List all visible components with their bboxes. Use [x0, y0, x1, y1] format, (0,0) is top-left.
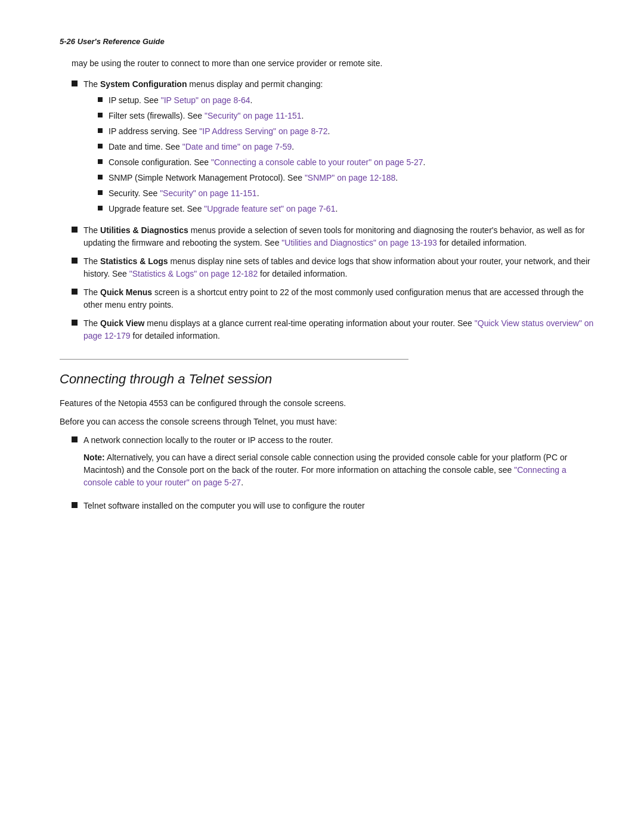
note-text: Alternatively, you can have a direct ser…	[83, 453, 567, 475]
ip-serving-link[interactable]: "IP Address Serving" on page 8-72	[199, 126, 327, 136]
console-link[interactable]: "Connecting a console cable to your rout…	[211, 157, 423, 167]
sub-bullet-icon	[98, 175, 103, 179]
sub-bullet-icon	[98, 97, 103, 102]
statistics-link[interactable]: "Statistics & Logs" on page 12-182	[129, 269, 258, 278]
sub-list-item-date-time: Date and time. See "Date and time" on pa…	[98, 141, 596, 153]
sub-list-item-filter: Filter sets (firewalls). See "Security" …	[98, 110, 596, 122]
upgrade-text: Upgrade feature set. See "Upgrade featur…	[109, 203, 596, 215]
utilities-label: Utilities & Diagnostics	[100, 225, 188, 235]
sub-bullet-icon	[98, 128, 103, 133]
sub-list-item-ip-serving: IP address serving. See "IP Address Serv…	[98, 125, 596, 138]
section2-list-item-2: Telnet software installed on the compute…	[72, 500, 596, 512]
section-heading: Connecting through a Telnet session	[60, 369, 596, 389]
sub-bullet-icon	[98, 206, 103, 210]
utilities-text: The Utilities & Diagnostics menus provid…	[83, 224, 596, 249]
system-config-sub-list: IP setup. See "IP Setup" on page 8-64. F…	[98, 94, 596, 215]
telnet-software-text: Telnet software installed on the compute…	[83, 500, 596, 512]
list-item-utilities: The Utilities & Diagnostics menus provid…	[72, 224, 596, 249]
upgrade-link[interactable]: "Upgrade feature set" on page 7-61	[204, 204, 335, 213]
section-intro-2: Before you can access the console screen…	[60, 416, 596, 428]
quick-view-label: Quick View	[100, 318, 144, 328]
security-link[interactable]: "Security" on page 11-151	[160, 188, 257, 198]
list-item-statistics: The Statistics & Logs menus display nine…	[72, 255, 596, 280]
snmp-link[interactable]: "SNMP" on page 12-188	[305, 173, 395, 182]
console-text: Console configuration. See "Connecting a…	[109, 156, 596, 169]
main-bullet-list: The System Configuration menus display a…	[72, 78, 596, 342]
bullet-icon	[72, 502, 78, 508]
security-text: Security. See "Security" on page 11-151.	[109, 187, 596, 200]
list-item-quick-view: The Quick View menu displays at a glance…	[72, 317, 596, 342]
sub-bullet-icon	[98, 113, 103, 117]
section2-list: A network connection locally to the rout…	[72, 434, 596, 512]
note-label: Note:	[83, 453, 105, 462]
list-item-system-config: The System Configuration menus display a…	[72, 78, 596, 218]
ip-serving-text: IP address serving. See "IP Address Serv…	[109, 125, 596, 138]
note-after: .	[241, 478, 243, 487]
sub-bullet-icon	[98, 190, 103, 195]
intro-text: may be using the router to connect to mo…	[72, 57, 596, 70]
bullet-icon	[72, 320, 78, 326]
section-intro-1: Features of the Netopia 4553 can be conf…	[60, 397, 596, 410]
sub-bullet-icon	[98, 144, 103, 148]
snmp-text: SNMP (Simple Network Management Protocol…	[109, 172, 596, 184]
date-time-link[interactable]: "Date and time" on page 7-59	[182, 142, 292, 151]
statistics-text: The Statistics & Logs menus display nine…	[83, 255, 596, 280]
system-config-label: System Configuration	[100, 79, 187, 89]
system-config-text: The System Configuration menus display a…	[83, 78, 596, 218]
bullet-icon	[72, 80, 78, 86]
sub-list-item-security: Security. See "Security" on page 11-151.	[98, 187, 596, 200]
filter-text: Filter sets (firewalls). See "Security" …	[109, 110, 596, 122]
ip-setup-text: IP setup. See "IP Setup" on page 8-64.	[109, 94, 596, 107]
section2-list-item-1: A network connection locally to the rout…	[72, 434, 596, 494]
bullet-icon	[72, 227, 78, 233]
filter-link[interactable]: "Security" on page 11-151	[205, 111, 302, 120]
sub-bullet-icon	[98, 159, 103, 164]
quick-view-text: The Quick View menu displays at a glance…	[83, 317, 596, 342]
bullet-icon	[72, 289, 78, 295]
date-time-text: Date and time. See "Date and time" on pa…	[109, 141, 596, 153]
quick-view-link[interactable]: "Quick View status overview" on page 12-…	[83, 318, 593, 340]
sub-list-item-ip-setup: IP setup. See "IP Setup" on page 8-64.	[98, 94, 596, 107]
sub-list-item-snmp: SNMP (Simple Network Management Protocol…	[98, 172, 596, 184]
network-connection-text: A network connection locally to the rout…	[83, 434, 596, 494]
page-header: 5-26 User's Reference Guide	[60, 36, 596, 48]
sub-list-item-console: Console configuration. See "Connecting a…	[98, 156, 596, 169]
quick-menus-label: Quick Menus	[100, 287, 152, 297]
note-block: Note: Alternatively, you can have a dire…	[83, 451, 596, 489]
sub-list-item-upgrade: Upgrade feature set. See "Upgrade featur…	[98, 203, 596, 215]
list-item-quick-menus: The Quick Menus screen is a shortcut ent…	[72, 286, 596, 311]
bullet-icon	[72, 258, 78, 264]
ip-setup-link[interactable]: "IP Setup" on page 8-64	[161, 95, 250, 105]
statistics-label: Statistics & Logs	[100, 256, 168, 266]
section-divider	[60, 359, 408, 360]
quick-menus-text: The Quick Menus screen is a shortcut ent…	[83, 286, 596, 311]
utilities-link[interactable]: "Utilities and Diagnostics" on page 13-1…	[281, 238, 437, 247]
bullet-icon	[72, 436, 78, 442]
